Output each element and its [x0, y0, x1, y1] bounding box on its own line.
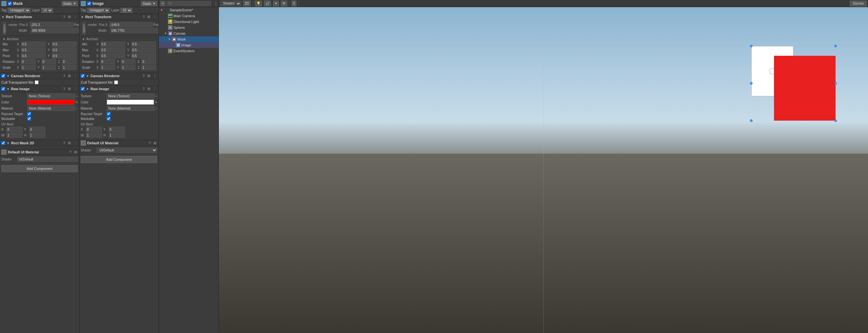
mask-pivot-x-input[interactable]: [21, 53, 46, 58]
mask-rot-y-input[interactable]: [41, 59, 56, 64]
mask-pivot-y-input[interactable]: [52, 53, 76, 58]
raw-image-kebab-btn[interactable]: ⋮: [73, 87, 78, 91]
mask-rot-x-input[interactable]: [21, 59, 36, 64]
mask-add-component-btn[interactable]: Add Component: [1, 165, 78, 172]
hierarchy-search-input[interactable]: [167, 1, 211, 6]
mask-static-dropdown[interactable]: Static ▼: [62, 1, 78, 6]
image-layer-select[interactable]: UI: [121, 8, 132, 13]
material-info-btn[interactable]: ?: [69, 150, 72, 154]
image-canvas-renderer-enabled[interactable]: [81, 74, 85, 78]
handle-top-right[interactable]: [834, 45, 837, 47]
image-uv-x-input[interactable]: [86, 127, 102, 132]
image-uv-h-input[interactable]: [108, 132, 125, 138]
image-active-checkbox[interactable]: [87, 2, 91, 5]
mask-scale-x-input[interactable]: [21, 65, 36, 70]
mask-active-checkbox[interactable]: [8, 2, 12, 5]
rect-mask-settings-btn[interactable]: ⚙: [67, 141, 72, 145]
image-canvas-info-btn[interactable]: ?: [142, 74, 145, 78]
raw-image-info-btn[interactable]: ?: [63, 87, 66, 91]
image-scale-y-input[interactable]: [121, 65, 135, 70]
mask-canvas-renderer-enabled[interactable]: [1, 74, 5, 78]
image-shader-select[interactable]: UI/Default: [97, 148, 157, 153]
image-scale-x-input[interactable]: [100, 65, 115, 70]
image-width-input[interactable]: [110, 28, 159, 33]
mask-posx-input[interactable]: [30, 22, 73, 27]
image-min-x-input[interactable]: [100, 41, 125, 47]
mask-scale-y-input[interactable]: [41, 65, 56, 70]
layers-btn[interactable]: 0: [291, 1, 297, 6]
hierarchy-item-main-camera[interactable]: 📷 Main Camera: [159, 13, 219, 19]
scene-3d-area[interactable]: [219, 7, 868, 333]
handle-mid-right[interactable]: [834, 82, 837, 85]
image-canvas-kebab-btn[interactable]: ⋮: [152, 74, 157, 78]
image-color-swatch[interactable]: [107, 99, 154, 105]
image-material-input[interactable]: [107, 106, 155, 111]
hide-btn[interactable]: 👁: [281, 1, 287, 6]
image-rect-settings-btn[interactable]: ⚙: [147, 15, 151, 19]
image-mat-info-btn[interactable]: ?: [148, 141, 151, 145]
image-texture-input[interactable]: [107, 93, 155, 98]
image-rect-info-btn[interactable]: ?: [142, 15, 145, 19]
mask-texture-input[interactable]: [27, 93, 75, 98]
image-rot-x-input[interactable]: [100, 59, 115, 64]
mask-uv-h-input[interactable]: [29, 132, 45, 138]
mask-max-y-input[interactable]: [52, 47, 76, 53]
mask-uv-x-input[interactable]: [6, 127, 23, 132]
image-tag-select[interactable]: Untagged: [87, 8, 110, 13]
image-canvas-renderer-header[interactable]: ▼ Canvas Renderer ? ⚙ ⋮: [80, 72, 159, 79]
image-raw-image-enabled[interactable]: [81, 87, 85, 91]
image-mat-settings-btn[interactable]: ⚙: [153, 141, 157, 145]
mask-material-input[interactable]: [27, 106, 75, 111]
mask-color-edit-icon[interactable]: ✎: [75, 100, 78, 104]
hierarchy-kebab-icon[interactable]: ⋮: [212, 1, 219, 6]
mask-tag-select[interactable]: Untagged: [8, 8, 30, 13]
canvas-renderer-kebab-btn[interactable]: ⋮: [73, 74, 78, 78]
canvas-renderer-info-btn[interactable]: ?: [63, 74, 66, 78]
mask-color-swatch[interactable]: [27, 99, 74, 105]
image-uv-w-input[interactable]: [86, 132, 102, 138]
hierarchy-add-btn[interactable]: +: [160, 1, 165, 6]
image-color-edit-icon[interactable]: ✎: [155, 100, 157, 104]
mask-uv-w-input[interactable]: [6, 132, 23, 138]
rect-mask-kebab-btn[interactable]: ⋮: [73, 141, 78, 145]
hierarchy-item-eventsystem[interactable]: ⚡ EventSystem: [159, 48, 219, 54]
image-raycast-checkbox[interactable]: [107, 112, 111, 116]
hierarchy-item-mask[interactable]: ▼ ▣ Mask: [159, 36, 219, 42]
mask-cull-checkbox[interactable]: [35, 81, 39, 84]
mask-rot-z-input[interactable]: [62, 59, 76, 64]
light-toggle-btn[interactable]: 💡: [255, 1, 262, 6]
mask-rect-mask-header[interactable]: ▼ Rect Mask 2D ? ⚙ ⋮: [0, 140, 79, 146]
mask-canvas-renderer-header[interactable]: ▼ Canvas Renderer ? ⚙ ⋮: [0, 72, 79, 79]
image-uv-y-input[interactable]: [108, 127, 125, 132]
hierarchy-item-canvas[interactable]: ▼ ▦ Canvas: [159, 30, 219, 36]
image-material-section-header[interactable]: Default UI Material ? ⚙: [80, 140, 159, 146]
image-posx-input[interactable]: [109, 22, 152, 27]
image-raw-image-header[interactable]: ▼ Raw Image ? ⚙ ⋮: [80, 86, 159, 92]
hierarchy-item-sphere[interactable]: ● Sphere: [159, 25, 219, 30]
image-max-y-input[interactable]: [131, 47, 156, 53]
mask-min-y-input[interactable]: [52, 41, 76, 47]
2d-btn[interactable]: 2D: [243, 1, 251, 6]
image-pivot-y-input[interactable]: [131, 53, 156, 58]
mask-raw-image-enabled[interactable]: [1, 87, 5, 91]
image-raw-image-info-btn[interactable]: ?: [142, 87, 145, 91]
rect-info-btn[interactable]: ?: [63, 15, 66, 19]
image-min-y-input[interactable]: [131, 41, 156, 47]
image-raw-image-settings-btn[interactable]: ⚙: [147, 87, 151, 91]
canvas-renderer-settings-btn[interactable]: ⚙: [67, 74, 72, 78]
rect-kebab-btn[interactable]: ⋮: [73, 15, 78, 19]
hierarchy-scene-root[interactable]: ▼ SampleScene*: [159, 7, 219, 13]
rect-mask-info-btn[interactable]: ?: [63, 141, 66, 145]
shaded-dropdown[interactable]: Shaded: [220, 1, 241, 6]
mask-uv-y-input[interactable]: [29, 127, 45, 132]
image-rot-y-input[interactable]: [121, 59, 135, 64]
image-rect-transform-header[interactable]: ▼ Rect Transform ? ⚙ ⋮: [80, 13, 159, 20]
image-canvas-settings-btn[interactable]: ⚙: [147, 74, 151, 78]
handle-bottom-right[interactable]: [834, 119, 837, 122]
rect-settings-btn[interactable]: ⚙: [67, 15, 72, 19]
image-max-x-input[interactable]: [100, 47, 125, 53]
image-raw-image-kebab-btn[interactable]: ⋮: [152, 87, 157, 91]
image-rot-z-input[interactable]: [142, 59, 156, 64]
handle-bottom-left[interactable]: [750, 119, 752, 122]
mask-raycast-checkbox[interactable]: [27, 112, 31, 116]
